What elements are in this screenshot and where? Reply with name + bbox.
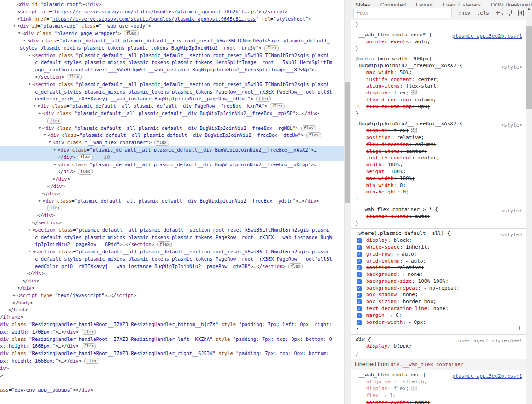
flex-badge[interactable]: flex (67, 74, 82, 80)
expand-arrow-down-icon[interactable]: ▼ (37, 125, 42, 132)
property-checkbox[interactable]: ✓ (357, 265, 362, 270)
flex-badge[interactable]: flex (82, 343, 96, 349)
dom-tree-row[interactable]: ▼<div class="plasmic_default__all plasmi… (0, 37, 344, 45)
dom-tree-row[interactable]: flex (0, 117, 344, 125)
dom-tree-row[interactable]: ▼<div class="plasmic_default__all plasmi… (0, 132, 344, 139)
css-property-value[interactable]: block (394, 343, 409, 349)
css-declaration[interactable]: justify-content: center; (351, 76, 526, 83)
dom-tree-row[interactable]: eedColor_pri0__rX3EXxavyj __wab_instance… (0, 95, 344, 103)
elements-scrollbar[interactable] (344, 0, 351, 404)
css-declaration[interactable]: width: 100%; (351, 162, 526, 169)
dom-tree-row[interactable]: div class="ResizingHandler_handleRoot__I… (0, 321, 344, 328)
property-checkbox[interactable]: ✓ (357, 272, 362, 277)
dom-tree-row[interactable]: ass="dev-env app__popups"></div> (0, 386, 344, 394)
dom-tree-row[interactable]: div class="ResizingHandler_handleRoot__I… (0, 350, 344, 357)
css-property-value[interactable]: center (406, 148, 424, 154)
dom-tree-row[interactable]: px; width: 1708px;">…</div>flex (0, 328, 344, 336)
css-property-value[interactable]: stretch (403, 379, 424, 385)
styles-scrollbar[interactable]: ▲ (526, 6, 532, 404)
expand-arrow-right-icon[interactable]: ▶ (27, 52, 32, 59)
css-property-name[interactable]: height (366, 169, 385, 175)
dom-tree-row[interactable]: c_default_styles plasmic_mixins plasmic_… (0, 88, 344, 96)
css-declaration[interactable]: flex: ▸ 1; (351, 392, 526, 399)
css-property-name[interactable]: background-size (366, 278, 412, 284)
dom-tree-row[interactable]: ▶<section class="plasmic_default__all pl… (0, 52, 344, 59)
css-property-name[interactable]: display (366, 128, 387, 134)
css-property-value[interactable]: inherit (406, 244, 427, 250)
css-selector[interactable]: .BugWipIpJoinNiu2__freeBox__xAsX2 { (356, 63, 462, 69)
css-property-name[interactable]: align-items (366, 148, 400, 154)
property-checkbox[interactable]: ✓ (357, 320, 362, 325)
css-selector[interactable]: div { (356, 336, 371, 342)
flex-badge[interactable]: flex (78, 169, 93, 175)
css-property-name[interactable]: justify-content (366, 76, 412, 82)
css-property-name[interactable]: pointer-events (366, 213, 409, 219)
css-property-name[interactable]: display (366, 237, 387, 243)
css-property-value[interactable]: 100% (387, 162, 400, 168)
css-property-name[interactable]: background-repeat (366, 285, 418, 291)
flex-badge[interactable]: flex (84, 358, 99, 364)
dom-tree-row[interactable]: <script src="https://c-serve.sipsby.com/… (0, 8, 344, 16)
css-property-name[interactable]: position (366, 264, 391, 270)
dom-tree-row[interactable]: px; height: 1668px;">…</div>flex (0, 357, 344, 365)
tab-styles[interactable]: Styles (352, 0, 373, 6)
property-checkbox[interactable]: ✓ (357, 245, 362, 250)
css-property-value[interactable]: 100% 100% (418, 278, 446, 284)
property-checkbox[interactable]: ✓ (357, 238, 362, 243)
css-declaration[interactable]: position: relative; (351, 135, 526, 141)
scrollbar-thumb[interactable] (345, 82, 350, 203)
css-declaration[interactable]: ✓grid-column: ▸ auto; (351, 258, 526, 265)
property-checkbox[interactable]: ✓ (357, 279, 362, 284)
property-checkbox[interactable]: ✓ (357, 313, 362, 318)
flex-badge[interactable]: flex (270, 103, 285, 109)
flex-badge[interactable]: flex (82, 329, 96, 335)
toggle-element-state-button[interactable]: :hov (458, 10, 471, 16)
dom-tree-row[interactable]: div class="ResizingHandler_handleRoot__I… (0, 336, 344, 343)
dom-tree-row[interactable]: ▼<section class="plasmic_default__all pl… (0, 81, 344, 88)
flex-badge[interactable]: flex (256, 96, 271, 102)
dom-tree-row[interactable]: </div> (0, 176, 344, 183)
dom-tree-row[interactable]: </section> (0, 219, 344, 227)
css-declaration[interactable]: ✓border-width: ▸ 0px; (351, 319, 526, 326)
toggle-class-button[interactable]: .cls (477, 10, 490, 16)
css-selector[interactable]: .__wab_flex-container > * { (356, 206, 438, 212)
css-property-name[interactable]: position (366, 135, 391, 141)
css-property-value[interactable]: flex (394, 386, 406, 392)
inherited-node-link[interactable]: div.__wab_flex-container (390, 362, 463, 368)
css-declaration[interactable]: ✓background-size: 100% 100%; (351, 278, 526, 285)
css-property-value[interactable]: relative (397, 264, 421, 270)
tab-layout[interactable]: Layout (413, 0, 435, 6)
expand-arrow-right-icon[interactable]: ▶ (12, 292, 17, 299)
property-checkbox[interactable]: ✓ (357, 293, 362, 298)
css-property-name[interactable]: display (366, 343, 387, 349)
flex-badge[interactable]: flex (288, 263, 303, 269)
css-property-name[interactable]: display (366, 386, 387, 392)
tab-event-listeners[interactable]: Event Listeners (440, 0, 484, 6)
css-property-value[interactable]: auto (402, 251, 414, 257)
css-declaration[interactable]: display: flex; (351, 386, 526, 392)
css-property-name[interactable]: background (366, 271, 397, 277)
property-checkbox[interactable]: ✓ (357, 286, 362, 291)
expand-arrow-right-icon[interactable]: ▶ (37, 198, 42, 205)
css-property-value[interactable]: none (433, 305, 446, 311)
expand-value-icon[interactable]: ▸ (397, 252, 402, 257)
styles-filter-input[interactable] (353, 8, 452, 18)
expand-value-icon[interactable]: ▸ (409, 320, 414, 325)
resource-link[interactable]: https://c-serve.sipsby.com/static/bundle… (52, 16, 256, 22)
property-checkbox[interactable]: ✓ (357, 306, 362, 311)
flex-badge[interactable]: flex (47, 205, 62, 211)
css-property-name[interactable]: max-width (366, 70, 394, 76)
dom-tree-row[interactable]: </div> (0, 270, 344, 277)
css-declaration[interactable]: max-width: 100%; (351, 176, 526, 182)
expand-arrow-down-icon[interactable]: ▼ (42, 132, 47, 139)
flex-badge[interactable]: flex (78, 154, 93, 160)
dom-tree-row[interactable]: /iframe> (0, 314, 344, 321)
css-declaration[interactable]: align-self: stretch; (351, 379, 526, 386)
dom-tree-row[interactable]: </div>flex == $0 (0, 154, 344, 161)
dom-tree-row[interactable]: </div> (0, 183, 344, 190)
css-property-name[interactable]: pointer-events (366, 39, 409, 45)
css-property-value[interactable]: 0px (414, 319, 423, 325)
css-declaration[interactable]: flex-direction: column; (351, 97, 526, 104)
css-property-value[interactable]: center (418, 76, 437, 82)
expand-arrow-right-icon[interactable]: ▶ (53, 146, 57, 154)
